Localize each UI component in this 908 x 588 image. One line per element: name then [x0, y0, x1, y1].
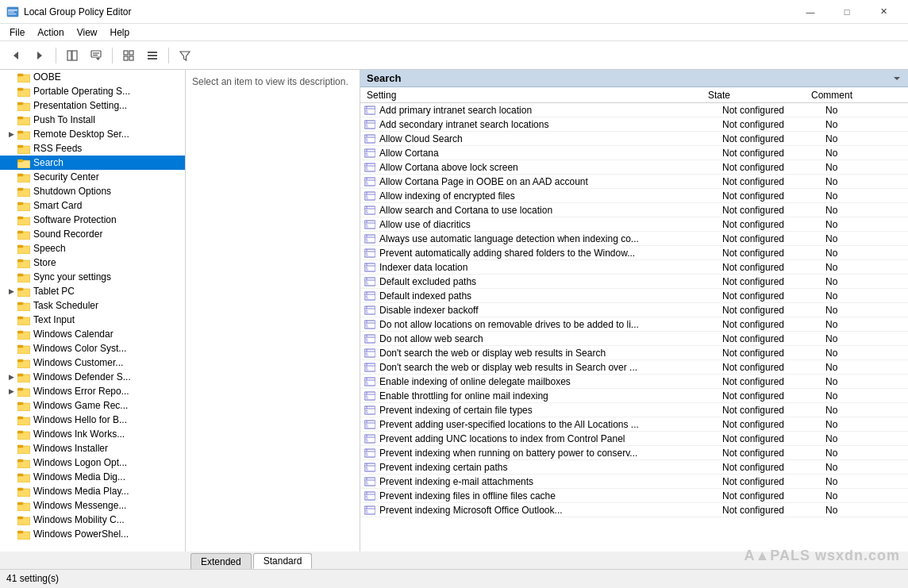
tree-item[interactable]: Portable Operating S... — [0, 84, 185, 98]
expand-button[interactable]: ▶ — [6, 129, 16, 139]
up-button[interactable] — [85, 44, 107, 67]
setting-name: Prevent indexing e-mail attachments — [379, 476, 722, 487]
expand-button[interactable]: ▶ — [6, 286, 16, 296]
settings-row[interactable]: Allow use of diacriticsNot configuredNo — [360, 217, 908, 232]
tree-item[interactable]: Shutdown Options — [0, 184, 185, 198]
tree-item[interactable]: Search — [0, 156, 185, 170]
tree-pane[interactable]: OOBE Portable Operating S... Presentatio… — [0, 70, 186, 551]
settings-row[interactable]: Prevent adding user-specified locations … — [360, 417, 908, 432]
folder-icon — [17, 143, 30, 154]
tree-item[interactable]: ▶ Windows Error Repo... — [0, 384, 185, 398]
tree-item[interactable]: Presentation Setting... — [0, 98, 185, 113]
settings-row[interactable]: Add secondary intranet search locationsN… — [360, 117, 908, 132]
tree-item[interactable]: Windows Logon Opt... — [0, 455, 185, 470]
filter-button[interactable] — [174, 44, 196, 67]
svg-rect-130 — [365, 224, 367, 225]
settings-row[interactable]: Allow CortanaNot configuredNo — [360, 146, 908, 160]
setting-comment: No — [825, 376, 905, 387]
settings-row[interactable]: Allow search and Cortana to use location… — [360, 203, 908, 217]
tree-item[interactable]: ▶ Remote Desktop Ser... — [0, 127, 185, 141]
close-button[interactable]: ✕ — [865, 0, 902, 24]
tree-item[interactable]: Software Protection — [0, 213, 185, 227]
settings-row[interactable]: Prevent indexing certain pathsNot config… — [360, 460, 908, 475]
settings-row[interactable]: Prevent automatically adding shared fold… — [360, 246, 908, 260]
settings-row[interactable]: Prevent indexing files in offline files … — [360, 489, 908, 503]
settings-row[interactable]: Do not allow web searchNot configuredNo — [360, 332, 908, 346]
tree-item[interactable]: Windows Hello for B... — [0, 413, 185, 427]
tree-item[interactable]: Windows Color Syst... — [0, 341, 185, 355]
maximize-button[interactable]: □ — [829, 0, 865, 24]
settings-row[interactable]: Do not allow locations on removable driv… — [360, 317, 908, 332]
tab-standard[interactable]: Standard — [253, 553, 313, 569]
svg-rect-111 — [365, 169, 368, 171]
tree-item[interactable]: Windows Customer... — [0, 355, 185, 370]
settings-row[interactable]: Prevent indexing of certain file typesNo… — [360, 403, 908, 417]
setting-state: Not configured — [722, 105, 825, 116]
settings-list[interactable]: Add primary intranet search locationNot … — [360, 103, 908, 551]
list-button[interactable] — [141, 44, 164, 67]
tree-item[interactable]: Windows Media Play... — [0, 484, 185, 498]
minimize-button[interactable]: — — [792, 0, 829, 24]
settings-row[interactable]: Allow Cortana Page in OOBE on an AAD acc… — [360, 175, 908, 189]
settings-row[interactable]: Disable indexer backoffNot configuredNo — [360, 303, 908, 317]
menu-help[interactable]: Help — [104, 25, 137, 40]
settings-row[interactable]: Enable indexing of online delegate mailb… — [360, 375, 908, 389]
show-hide-button[interactable] — [61, 44, 83, 67]
tree-item[interactable]: Windows Messenge... — [0, 498, 185, 513]
forward-button[interactable] — [29, 44, 51, 67]
setting-icon — [364, 390, 376, 402]
expand-button[interactable]: ▶ — [6, 386, 16, 396]
tree-item[interactable]: Sound Recorder — [0, 227, 185, 241]
svg-rect-13 — [129, 51, 133, 55]
setting-state: Not configured — [722, 219, 825, 230]
settings-row[interactable]: Enable throttling for online mail indexi… — [360, 389, 908, 403]
tree-item[interactable]: Sync your settings — [0, 270, 185, 284]
tree-item[interactable]: Push To Install — [0, 113, 185, 127]
settings-row[interactable]: Prevent indexing Microsoft Office Outloo… — [360, 503, 908, 517]
svg-rect-155 — [365, 295, 367, 297]
back-button[interactable] — [5, 44, 27, 67]
view-button[interactable] — [117, 44, 140, 67]
settings-row[interactable]: Add primary intranet search locationNot … — [360, 103, 908, 117]
tree-item[interactable]: Smart Card — [0, 198, 185, 213]
tree-item[interactable]: Windows Game Rec... — [0, 398, 185, 413]
settings-row[interactable]: Prevent indexing e-mail attachmentsNot c… — [360, 475, 908, 489]
expand-button[interactable]: ▶ — [6, 372, 16, 382]
menu-view[interactable]: View — [71, 25, 104, 40]
settings-row[interactable]: Default excluded pathsNot configuredNo — [360, 275, 908, 289]
settings-row[interactable]: Allow Cortana above lock screenNot confi… — [360, 160, 908, 175]
col-header-setting: Setting — [364, 90, 708, 101]
settings-row[interactable]: Allow Cloud SearchNot configuredNo — [360, 132, 908, 146]
settings-row[interactable]: Prevent indexing when running on battery… — [360, 446, 908, 460]
menu-file[interactable]: File — [3, 25, 31, 40]
setting-icon — [364, 405, 376, 416]
tree-item[interactable]: Text Input — [0, 313, 185, 327]
svg-rect-186 — [365, 383, 368, 385]
settings-row[interactable]: Default indexed pathsNot configuredNo — [360, 289, 908, 303]
folder-icon — [17, 86, 30, 97]
tab-extended[interactable]: Extended — [190, 553, 252, 569]
tree-item[interactable]: Windows Ink Works... — [0, 427, 185, 441]
tree-item[interactable]: Windows PowerShel... — [0, 527, 185, 541]
tree-item[interactable]: ▶ Windows Defender S... — [0, 370, 185, 384]
tree-item[interactable]: OOBE — [0, 70, 185, 84]
settings-row[interactable]: Don't search the web or display web resu… — [360, 360, 908, 375]
settings-row[interactable]: Indexer data locationNot configuredNo — [360, 260, 908, 275]
tree-item[interactable]: Windows Media Dig... — [0, 470, 185, 484]
svg-rect-205 — [365, 438, 367, 440]
tree-item[interactable]: Security Center — [0, 170, 185, 184]
settings-row[interactable]: Always use automatic language detection … — [360, 232, 908, 246]
settings-row[interactable]: Don't search the web or display web resu… — [360, 346, 908, 360]
menu-action[interactable]: Action — [31, 25, 70, 40]
tree-item[interactable]: RSS Feeds — [0, 141, 185, 156]
tree-item[interactable]: Store — [0, 256, 185, 270]
folder-icon — [17, 243, 30, 254]
tree-item[interactable]: Speech — [0, 241, 185, 256]
settings-row[interactable]: Prevent adding UNC locations to index fr… — [360, 432, 908, 446]
tree-item[interactable]: Task Scheduler — [0, 298, 185, 313]
tree-item[interactable]: Windows Calendar — [0, 327, 185, 341]
tree-item[interactable]: ▶ Tablet PC — [0, 284, 185, 298]
settings-row[interactable]: Allow indexing of encrypted filesNot con… — [360, 189, 908, 203]
tree-item[interactable]: Windows Mobility C... — [0, 513, 185, 527]
tree-item[interactable]: Windows Installer — [0, 441, 185, 455]
